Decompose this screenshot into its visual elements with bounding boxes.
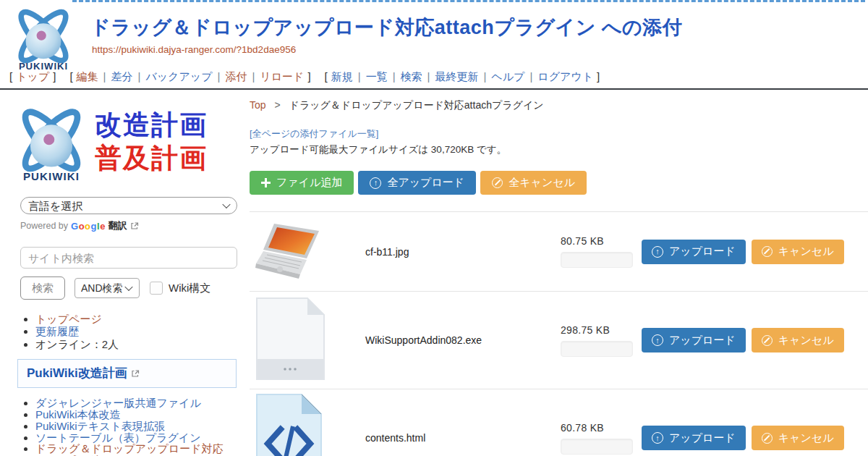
banner-fukyu-text: 普及計画 bbox=[95, 142, 208, 175]
bracket: ] bbox=[53, 70, 56, 83]
logo-wordmark: PUKIWIKI bbox=[19, 61, 68, 72]
sidebar-link-dragdrop-attach[interactable]: ドラッグ＆ドロップアップロード対応attachプラグイン bbox=[35, 442, 224, 456]
cancel-all-button[interactable]: 全キャンセル bbox=[480, 171, 587, 195]
plus-icon bbox=[261, 178, 271, 187]
sidebar-link-toppage[interactable]: トップページ bbox=[35, 313, 102, 325]
file-size-cell: 298.75 KB bbox=[561, 324, 642, 357]
nav-item-recent[interactable]: 最終更新 bbox=[435, 70, 478, 83]
list-item: PukiWikiテキスト表現拡張 bbox=[35, 421, 250, 432]
file-thumbnail-cell bbox=[255, 221, 365, 282]
nav-item-reload[interactable]: リロード bbox=[260, 70, 304, 83]
nav-item-logout[interactable]: ログアウト bbox=[537, 70, 593, 83]
nav-separator: | bbox=[252, 70, 255, 83]
nav-item-new[interactable]: 新規 bbox=[331, 70, 353, 83]
upload-label: アップロード bbox=[669, 245, 736, 258]
upload-circle-icon: ↑ bbox=[652, 334, 663, 346]
nav-item-attach[interactable]: 添付 bbox=[225, 70, 247, 83]
add-files-button[interactable]: ファイル追加 bbox=[250, 171, 354, 195]
nav-separator: | bbox=[358, 70, 361, 83]
nav-item-help[interactable]: ヘルプ bbox=[491, 70, 524, 83]
breadcrumb-separator: > bbox=[274, 99, 280, 111]
sidebar: PUKIWIKI 改造計画 普及計画 言語を選択 Powered by Goog… bbox=[0, 90, 250, 456]
sidebar-link-common-files[interactable]: ダジャレンジャー版共通ファイル bbox=[35, 397, 201, 409]
upload-progress-bar bbox=[561, 439, 633, 455]
nav-item-top[interactable]: トップ bbox=[16, 70, 49, 83]
file-size: 298.75 KB bbox=[561, 324, 642, 336]
powered-by-text: Powered by bbox=[20, 221, 68, 231]
top-navigation: [トップ][編集|差分|バックアップ|添付|リロード][新規|一覧|検索|最終更… bbox=[6, 70, 603, 84]
sidebar-link-text-extension[interactable]: PukiWikiテキスト表現拡張 bbox=[35, 420, 165, 432]
search-mode-wrapper: AND検索 bbox=[75, 278, 140, 298]
sidebar-banner[interactable]: PUKIWIKI 改造計画 普及計画 bbox=[11, 101, 250, 182]
cancel-circle-icon bbox=[762, 433, 773, 444]
sidebar-online-count: オンライン：2人 bbox=[35, 338, 119, 350]
cancel-file-button[interactable]: キャンセル bbox=[752, 328, 844, 352]
cancel-label: キャンセル bbox=[778, 431, 834, 445]
bracket: [ bbox=[325, 70, 328, 83]
search-button[interactable]: 検索 bbox=[20, 276, 65, 300]
file-row: WikiSupportAddin082.exe 298.75 KB ↑ アップロ… bbox=[250, 291, 868, 389]
upload-file-button[interactable]: ↑ アップロード bbox=[642, 240, 746, 264]
nav-item-search[interactable]: 検索 bbox=[401, 70, 422, 83]
page-url-link[interactable]: https://pukiwiki.dajya-ranger.com/?1bd2d… bbox=[92, 44, 296, 55]
file-size: 80.75 KB bbox=[561, 235, 642, 247]
upload-queue: cf-b11.jpg 80.75 KB ↑ アップロード キャンセル bbox=[250, 211, 868, 456]
list-item: PukiWiki本体改造 bbox=[35, 409, 250, 421]
search-controls: 検索 AND検索 Wiki構文 bbox=[20, 276, 250, 300]
upload-circle-icon: ↑ bbox=[652, 246, 663, 258]
cancel-file-button[interactable]: キャンセル bbox=[752, 426, 844, 450]
list-item: ソートテーブル（表）プラグイン bbox=[35, 432, 250, 444]
cancel-label: キャンセル bbox=[778, 245, 834, 258]
nav-item-edit[interactable]: 編集 bbox=[77, 70, 98, 83]
file-actions: ↑ アップロード キャンセル bbox=[642, 426, 868, 450]
search-mode-select[interactable]: AND検索 bbox=[75, 278, 140, 298]
page-header: PUKIWIKI ドラッグ＆ドロップアップロード対応attachプラグイン への… bbox=[0, 0, 868, 90]
list-item: ドラッグ＆ドロップアップロード対応attachプラグイン bbox=[35, 443, 250, 456]
file-thumbnail-cell bbox=[255, 393, 365, 456]
upload-file-button[interactable]: ↑ アップロード bbox=[642, 328, 746, 352]
upload-progress-bar bbox=[561, 252, 633, 268]
atom-logo-icon: PUKIWIKI bbox=[6, 4, 81, 72]
file-thumbnail-cell bbox=[255, 297, 365, 384]
file-size-cell: 60.78 KB bbox=[561, 422, 642, 455]
nav-item-list[interactable]: 一覧 bbox=[366, 70, 388, 83]
sidebar-link-recent-changes[interactable]: 更新履歴 bbox=[35, 325, 79, 337]
nav-item-backup[interactable]: バックアップ bbox=[145, 70, 212, 83]
external-link-icon bbox=[131, 369, 140, 378]
cancel-all-label: 全キャンセル bbox=[509, 176, 575, 190]
sidebar-section-header: PukiWiki改造計画 bbox=[17, 359, 237, 388]
main-content: Top > ドラッグ＆ドロップアップロード対応attachプラグイン [全ページ… bbox=[250, 90, 868, 456]
language-select[interactable]: 言語を選択 bbox=[20, 197, 237, 214]
upload-all-button[interactable]: ↑ 全アップロード bbox=[358, 171, 476, 195]
translate-label: 翻訳 bbox=[109, 219, 127, 232]
sidebar-link-sort-table[interactable]: ソートテーブル（表）プラグイン bbox=[35, 431, 201, 444]
all-attachments-link[interactable]: [全ページの添付ファイル一覧] bbox=[250, 127, 378, 140]
google-wordmark: Google bbox=[71, 221, 106, 232]
list-item: ダジャレンジャー版共通ファイル bbox=[35, 397, 250, 409]
sidebar-site-title-link[interactable]: PukiWiki改造計画 bbox=[27, 365, 127, 381]
file-name: cf-b11.jpg bbox=[365, 246, 561, 258]
upload-circle-icon: ↑ bbox=[652, 432, 663, 444]
cancel-circle-icon bbox=[762, 246, 773, 257]
cancel-circle-icon bbox=[762, 335, 773, 346]
nav-separator: | bbox=[137, 70, 140, 83]
cancel-circle-icon bbox=[492, 177, 503, 188]
file-actions: ↑ アップロード キャンセル bbox=[642, 328, 868, 352]
language-select-wrapper: 言語を選択 bbox=[20, 197, 237, 214]
wiki-syntax-checkbox[interactable] bbox=[150, 282, 163, 295]
sidebar-link-core-mods[interactable]: PukiWiki本体改造 bbox=[35, 408, 121, 421]
upload-file-button[interactable]: ↑ アップロード bbox=[642, 426, 746, 450]
nav-separator: | bbox=[218, 70, 221, 83]
cancel-file-button[interactable]: キャンセル bbox=[752, 240, 844, 264]
list-item: トップページ bbox=[35, 313, 250, 325]
nav-separator: | bbox=[427, 70, 430, 83]
upload-progress-bar bbox=[561, 341, 633, 357]
breadcrumb-home-link[interactable]: Top bbox=[250, 99, 266, 111]
laptop-photo-thumbnail bbox=[255, 221, 335, 279]
nav-item-diff[interactable]: 差分 bbox=[111, 70, 132, 83]
pukiwiki-logo[interactable]: PUKIWIKI bbox=[6, 4, 81, 72]
site-search-input[interactable] bbox=[20, 247, 237, 269]
breadcrumb-current: ドラッグ＆ドロップアップロード対応attachプラグイン bbox=[289, 99, 544, 111]
sidebar-site-links: ダジャレンジャー版共通ファイル PukiWiki本体改造 PukiWikiテキス… bbox=[20, 397, 250, 456]
list-item: オンライン：2人 bbox=[35, 338, 250, 350]
